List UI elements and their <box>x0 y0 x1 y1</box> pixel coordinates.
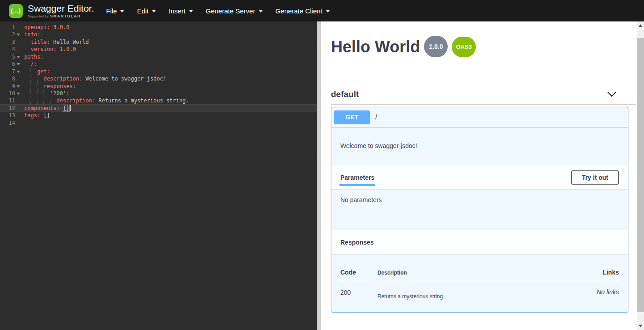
line-number[interactable]: 3 <box>0 38 21 46</box>
menu-file[interactable]: File <box>106 7 124 15</box>
editor-line-2[interactable]: 2info: <box>0 31 317 38</box>
menu-label: Insert <box>169 7 186 15</box>
caret-down-icon <box>152 10 156 13</box>
responses-table-head: Code Description Links <box>340 263 619 281</box>
editor-line-8[interactable]: 8 description: Welcome to swagger-jsdoc! <box>0 75 317 82</box>
code-text <box>21 119 317 127</box>
indent-guide <box>37 90 38 97</box>
code-text: description: Welcome to swagger-jsdoc! <box>21 75 317 82</box>
editor-line-13[interactable]: 13tags: [] <box>0 112 317 119</box>
editor-line-7[interactable]: 7 get: <box>0 68 317 75</box>
responses-table: Code Description Links 200Returns a myst… <box>340 263 619 300</box>
code-text: /: <box>21 60 317 68</box>
menu-generate-client[interactable]: Generate Client <box>275 7 330 15</box>
line-number[interactable]: 6 <box>0 60 21 68</box>
fold-arrow-icon[interactable] <box>17 63 20 65</box>
code-text: components: {} <box>21 105 317 112</box>
editor-line-3[interactable]: 3 title: Hello World <box>0 38 317 46</box>
code-text: openapi: 3.0.0 <box>21 24 317 31</box>
get-method-badge[interactable]: GET <box>334 110 370 124</box>
top-bar: {…} Swagger Editor. Supported bySMARTBEA… <box>0 0 644 21</box>
fold-arrow-icon[interactable] <box>17 93 20 95</box>
scroll-up-arrow-icon[interactable] <box>639 24 642 27</box>
menu-label: Generate Client <box>275 7 322 15</box>
responses-header: Responses <box>331 230 628 254</box>
indent-guide <box>37 83 38 90</box>
swagger-logo-icon: {…} <box>9 4 23 18</box>
response-row: 200Returns a mysterious string.No links <box>340 281 619 300</box>
fold-arrow-icon[interactable] <box>17 85 20 88</box>
line-number[interactable]: 12 <box>0 105 21 112</box>
line-number[interactable]: 4 <box>0 46 21 53</box>
menu-label: Edit <box>137 7 148 15</box>
editor-line-11[interactable]: 11 description: Returns a mysterious str… <box>0 97 317 104</box>
code-text: responses: <box>21 83 317 90</box>
tag-section-default[interactable]: default <box>331 84 636 105</box>
editor-line-14[interactable]: 14 <box>0 119 317 127</box>
indent-guide <box>50 97 51 104</box>
line-number[interactable]: 14 <box>0 119 21 127</box>
try-it-out-button[interactable]: Try it out <box>571 170 619 185</box>
vertical-scrollbar[interactable] <box>637 21 644 330</box>
response-code: 200 <box>340 281 377 300</box>
fold-arrow-icon[interactable] <box>17 34 20 36</box>
line-number[interactable]: 11 <box>0 97 21 104</box>
operation-summary[interactable]: GET / <box>331 107 628 127</box>
api-info: Hello World 1.0.0 OAS3 <box>331 38 628 57</box>
code-text: tags: [] <box>21 112 317 119</box>
fold-arrow-icon[interactable] <box>17 71 20 73</box>
line-number[interactable]: 5 <box>0 53 21 60</box>
indent-guide <box>30 90 31 97</box>
api-title: Hello World 1.0.0 OAS3 <box>331 38 628 57</box>
line-number[interactable]: 7 <box>0 68 21 75</box>
code-text: title: Hello World <box>21 38 317 46</box>
text-cursor <box>70 105 71 111</box>
operation-path[interactable]: / <box>375 113 377 121</box>
brand-title: Swagger Editor. <box>28 4 94 13</box>
editor-line-1[interactable]: 1openapi: 3.0.0 <box>0 24 317 31</box>
menu-bar: FileEditInsertGenerate ServerGenerate Cl… <box>106 7 330 15</box>
editor-line-12[interactable]: 12components: {} <box>0 105 317 112</box>
menu-label: File <box>106 7 117 15</box>
responses-table-body: 200Returns a mysterious string.No links <box>340 281 619 300</box>
editor-line-9[interactable]: 9 responses: <box>0 83 317 90</box>
editor-line-10[interactable]: 10 '200': <box>0 90 317 97</box>
editor-line-5[interactable]: 5paths: <box>0 53 317 60</box>
responses-title: Responses <box>340 239 374 246</box>
indent-guide <box>30 75 31 82</box>
scroll-down-arrow-icon[interactable] <box>639 325 642 327</box>
menu-generate-server[interactable]: Generate Server <box>206 7 263 15</box>
menu-label: Generate Server <box>206 7 255 15</box>
code-text: get: <box>21 68 317 75</box>
version-badge: 1.0.0 <box>424 36 448 57</box>
editor-line-4[interactable]: 4 version: 1.0.0 <box>0 46 317 53</box>
scrollbar-thumb[interactable] <box>637 38 644 312</box>
code-text: info: <box>21 31 317 38</box>
col-header-description: Description <box>377 263 570 281</box>
caret-down-icon <box>120 10 124 13</box>
code-text: paths: <box>21 53 317 60</box>
logo[interactable]: {…} Swagger Editor. Supported bySMARTBEA… <box>9 4 94 18</box>
indent-guide <box>30 97 31 104</box>
pane-splitter[interactable] <box>317 21 321 330</box>
code-text: '200': <box>21 90 317 97</box>
responses-body: Code Description Links 200Returns a myst… <box>331 254 628 313</box>
indent-guide <box>30 83 31 90</box>
line-number[interactable]: 10 <box>0 90 21 97</box>
line-number[interactable]: 9 <box>0 83 21 90</box>
editor-line-6[interactable]: 6 /: <box>0 60 317 68</box>
caret-down-icon <box>326 10 330 13</box>
oas3-badge: OAS3 <box>452 37 475 57</box>
line-number[interactable]: 2 <box>0 31 21 38</box>
col-header-links: Links <box>570 263 619 281</box>
chevron-down-icon[interactable] <box>607 91 617 97</box>
yaml-editor[interactable]: 1openapi: 3.0.02info:3 title: Hello Worl… <box>0 21 317 330</box>
indent-guide <box>30 68 31 75</box>
menu-insert[interactable]: Insert <box>169 7 193 15</box>
menu-edit[interactable]: Edit <box>137 7 156 15</box>
line-number[interactable]: 8 <box>0 75 21 82</box>
tab-parameters[interactable]: Parameters <box>340 165 374 189</box>
fold-arrow-icon[interactable] <box>17 56 20 58</box>
line-number[interactable]: 1 <box>0 24 21 31</box>
line-number[interactable]: 13 <box>0 112 21 119</box>
